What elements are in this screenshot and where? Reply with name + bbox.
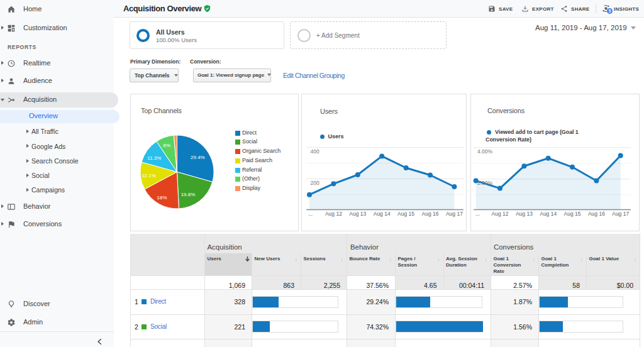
svg-text:Aug 17: Aug 17 bbox=[446, 211, 463, 217]
svg-text:Aug 12: Aug 12 bbox=[325, 211, 342, 217]
svg-text:12.1%: 12.1% bbox=[142, 173, 156, 179]
svg-text:400: 400 bbox=[311, 148, 319, 155]
svg-text:19.8%: 19.8% bbox=[181, 191, 196, 197]
svg-text:Aug 12: Aug 12 bbox=[492, 211, 509, 217]
svg-text:Aug 17: Aug 17 bbox=[612, 211, 629, 217]
svg-text:...: ... bbox=[475, 211, 480, 217]
svg-text:4.00%: 4.00% bbox=[477, 148, 493, 155]
svg-text:Aug 13: Aug 13 bbox=[516, 211, 533, 217]
svg-text:2.00%: 2.00% bbox=[477, 180, 493, 186]
svg-text:29.4%: 29.4% bbox=[191, 154, 205, 160]
svg-text:Aug 16: Aug 16 bbox=[588, 211, 605, 217]
svg-text:18%: 18% bbox=[157, 195, 167, 201]
svg-text:Aug 14: Aug 14 bbox=[374, 211, 391, 217]
svg-text:Aug 16: Aug 16 bbox=[422, 211, 439, 217]
svg-text:11.3%: 11.3% bbox=[147, 155, 161, 161]
svg-text:Aug 14: Aug 14 bbox=[540, 211, 557, 217]
svg-text:Aug 13: Aug 13 bbox=[349, 211, 366, 217]
svg-text:200: 200 bbox=[311, 180, 319, 186]
svg-text:Aug 15: Aug 15 bbox=[564, 211, 581, 217]
svg-text:8%: 8% bbox=[163, 143, 170, 148]
svg-text:...: ... bbox=[308, 211, 313, 217]
svg-text:Aug 15: Aug 15 bbox=[397, 211, 414, 217]
